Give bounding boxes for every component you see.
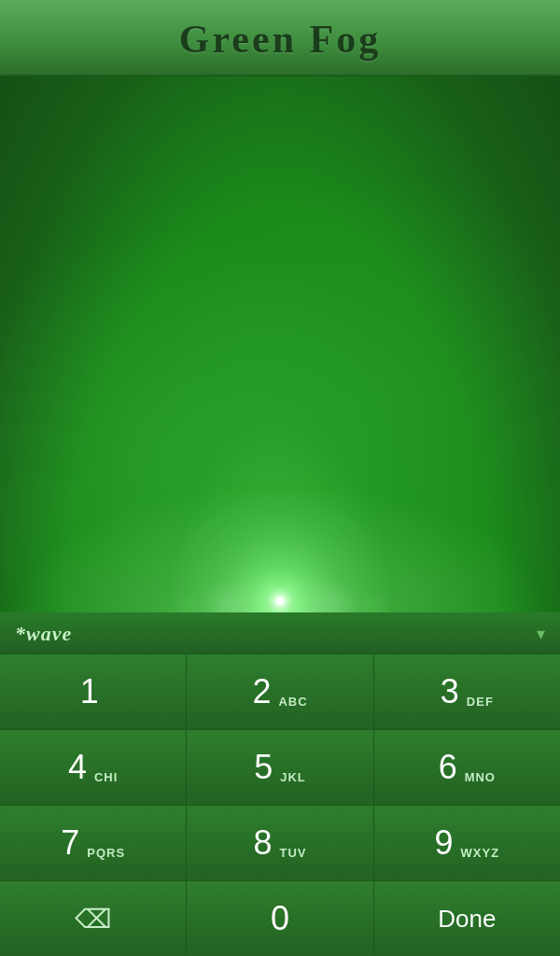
- backspace-button[interactable]: ⌫: [0, 881, 186, 956]
- key-2-letters: ABC: [278, 695, 307, 712]
- app-container: Green Fog *wave ▾ 1 2 ABC 3 DEF: [0, 0, 560, 956]
- key-3-button[interactable]: 3 DEF: [374, 654, 560, 729]
- key-5-number: 5: [254, 751, 273, 784]
- key-7-number: 7: [61, 826, 79, 860]
- title-bar: Green Fog: [0, 0, 560, 77]
- app-title: Green Fog: [179, 18, 381, 61]
- key-8-letters: TUV: [280, 846, 307, 864]
- key-2-number: 2: [252, 675, 271, 709]
- wave-logo: *wave: [15, 622, 72, 646]
- key-8-number: 8: [253, 826, 272, 860]
- key-6-button[interactable]: 6 MNO: [374, 730, 560, 805]
- fog-layer: [0, 77, 560, 612]
- key-1-number: 1: [80, 675, 99, 709]
- key-3-letters: DEF: [467, 695, 494, 712]
- key-4-button[interactable]: 4 CHI: [0, 730, 186, 805]
- key-3-number: 3: [441, 675, 459, 709]
- display-area: [0, 77, 560, 612]
- done-button[interactable]: Done: [374, 881, 560, 956]
- backspace-icon: ⌫: [75, 904, 112, 935]
- light-burst: [224, 549, 336, 605]
- key-9-letters: WXYZ: [461, 846, 500, 864]
- key-0-number: 0: [271, 902, 289, 935]
- key-5-letters: JKL: [280, 770, 306, 788]
- key-4-letters: CHI: [94, 770, 118, 788]
- key-6-letters: MNO: [465, 770, 496, 788]
- key-6-number: 6: [439, 751, 457, 784]
- keypad-grid: 1 2 ABC 3 DEF 4 CHI 5 JKL 6 MNO: [0, 654, 560, 956]
- key-0-button[interactable]: 0: [187, 881, 372, 956]
- key-7-letters: PQRS: [87, 846, 125, 864]
- key-7-button[interactable]: 7 PQRS: [0, 806, 186, 880]
- key-9-button[interactable]: 9 WXYZ: [374, 806, 560, 880]
- key-1-button[interactable]: 1: [0, 654, 186, 729]
- wave-bar: *wave ▾: [0, 612, 560, 654]
- key-5-button[interactable]: 5 JKL: [187, 730, 372, 805]
- done-label: Done: [438, 905, 496, 934]
- dropdown-arrow-icon[interactable]: ▾: [537, 624, 545, 644]
- keypad-area: *wave ▾ 1 2 ABC 3 DEF 4 CHI: [0, 612, 560, 956]
- key-4-number: 4: [68, 751, 87, 784]
- key-9-number: 9: [435, 826, 454, 860]
- key-8-button[interactable]: 8 TUV: [187, 806, 372, 880]
- key-2-button[interactable]: 2 ABC: [187, 654, 372, 729]
